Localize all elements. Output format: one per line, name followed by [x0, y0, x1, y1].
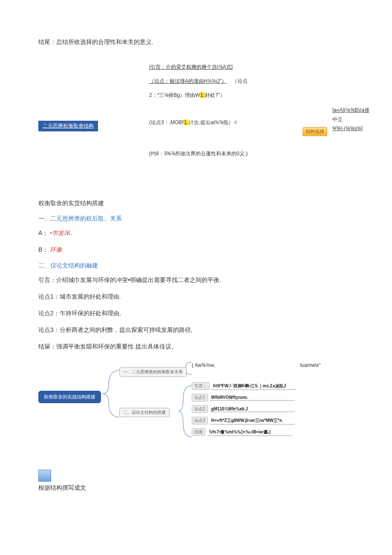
item-a-label: A；: [38, 230, 48, 236]
outline-right-1: [a«A](⅛⅞B)(a择: [332, 106, 369, 115]
conclusion-text: 结尾：总结所收选择的合理性和未关的意义.: [38, 38, 366, 46]
footer-text: 根据结构撰写成文: [38, 484, 366, 492]
outline-row-2b: （论点: [232, 78, 248, 84]
paragraph-intro: 引言：介绍城巾发展与环保的冲突•明确提出需要寻找二者之间的平衡.: [38, 276, 366, 285]
outline-row-3-highlight: 1.: [200, 92, 205, 98]
outline-row-5: (约8：3⅜⅞所做法界的合蓬性和未来的0义.): [149, 150, 303, 158]
mindmap-leaf-tag: 结尾: [192, 428, 205, 436]
outline-row-2: （论点：秘法瑾A的漫由H¾¾jJ"） （论点: [149, 77, 303, 85]
mindmap-leaf-tag: 论点3: [192, 417, 208, 424]
outline-right-3: Ψ⅜)·(⅜⅝s⅝]: [332, 124, 363, 134]
bracket-icon: [177, 384, 194, 439]
mindmap-top-right-a: ( Aw⅜¾w,: [192, 362, 215, 368]
paragraph-point-3: 论点3：分析两者之间的利弊，提出探索可持续发展的路径,: [38, 325, 366, 334]
item-a-value: •巿发JK.: [50, 230, 72, 236]
orange-choice-tag: 四种选择: [303, 127, 327, 136]
mindmap-branch-2: 二、议论文结构的搭建: [119, 408, 170, 417]
outline-row-2a: （论点：秘法瑾A的漫由H¾¾jJ"）: [149, 78, 227, 84]
mindmap-leaf-tag: 论点1: [192, 394, 208, 401]
outline-row-3a: 2：*三⅛择Bg）理由W: [149, 92, 200, 98]
item-a: A； •巿发JK.: [38, 229, 366, 238]
mindmap-leaf-row: 论点3 H<•rft*Z三g8WW.β≈wr三rw*MW三*≠.: [192, 417, 295, 424]
item-b: B： 环像.: [38, 245, 366, 254]
mindmap-leaf-row: 引言： frtfi*FW.!□双脚K蝌•三5.｜mz.2∧泌乱J: [192, 382, 297, 390]
mindmap-leaf-row: 论点2 gM110⅞Wfe⅝ati.J: [192, 405, 295, 413]
blue-structure-tag-label: 二元思辨权衡取舍结构: [38, 121, 98, 131]
outline-right-2: 中立: [332, 116, 343, 122]
footer-area: 根据结构撰写成文: [38, 470, 366, 492]
paragraph-point-1: 论点1：城市发展的好处和理由.: [38, 292, 366, 301]
outline-right-column: [a«A](⅛⅞B)(a择 中立 Ψ⅜)·(⅜⅝s⅝]: [332, 106, 392, 134]
mindmap-leaf-text: H<•rft*Z三g8WW.β≈wr三rw*MW三*≠.: [210, 417, 295, 424]
outline-row-1: [引营：介的需爻权瘠的瘠个选I⅞A式]: [149, 63, 303, 71]
outline-row-3b: 好处7"）: [205, 92, 225, 98]
mindmap-leaf-text: gM110⅞Wfe⅝ati.J: [210, 406, 295, 412]
blue-box-icon: [38, 470, 51, 482]
item-b-value: 环像.: [50, 247, 63, 253]
item-b-label: B：: [38, 246, 48, 253]
mindmap-leaf-text: ⅜⅗7•釐⅝mt⅜⅜ζ••⅜ι.08<wr贏.): [207, 429, 292, 436]
heading-one: 一、二元思辨类的权后取。关系: [38, 215, 366, 223]
paragraph-point-2: 论点2：乍持环保的好处和理由,: [38, 309, 366, 318]
mindmap-leaf-text: WfbMVOWftynsm.: [210, 395, 295, 401]
mindmap-leaf-tag: 论点2: [192, 405, 208, 413]
outline-center-column: [引营：介的需爻权瘠的瘠个选I⅞A式] （论点：秘法瑾A的漫由H¾¾jJ"） （…: [149, 63, 303, 164]
outline-row-4b: 计次.提出at¾⅞抵）-I: [189, 119, 237, 125]
section-1-title: 权衡取舍的实货结构搭建: [38, 200, 366, 207]
mindmap-top-right-b: tuamwix": [300, 362, 320, 368]
mindmap-leaf-tag: 引言：: [192, 382, 210, 390]
mindmap-leaf-row: 结尾 ⅜⅗7•釐⅝mt⅜⅜ζ••⅜ι.08<wr贏.): [192, 428, 292, 436]
mindmap-root: 权衡取舍的实战结构搭建: [38, 391, 101, 403]
outline-row-3: 2：*三⅛择Bg）理由W1.好处7"）: [149, 91, 303, 99]
mindmap-top-right: ( Aw⅜¾w, tuamwix": [192, 362, 321, 368]
outline-row-4: (论点3：,MOBf1.计次.提出at¾⅞抵）-I: [149, 119, 303, 127]
outline-row-4-highlight: 1.: [184, 119, 189, 125]
mindmap: 权衡取舍的实战结构搭建 一、二元思辨类的权衡取舍关系 二、议论文结构的搭建 ( …: [34, 359, 349, 444]
paragraph-end: 结屎：强调平衡发屇和环保的重要性.提出具体佳议。: [38, 342, 366, 351]
outline-row-4a: (论点3：,MOBf: [149, 119, 184, 125]
heading-two: 二、仪论文结构的融建: [38, 262, 366, 270]
mindmap-leaf-row: 论点1 WfbMVOWftynsm.: [192, 394, 295, 401]
orange-choice-tag-label: 四种选择: [303, 127, 327, 136]
outline-diagram: [引营：介的需爻权瘠的瘠个选I⅞A式] （论点：秘法瑾A的漫由H¾¾jJ"） （…: [38, 63, 366, 174]
bracket-icon: [100, 368, 121, 419]
mindmap-branch-1: 一、二元思辨类的权衡取舍关系: [119, 367, 187, 377]
mindmap-leaf-text: frtfi*FW.!□双脚K蝌•三5.｜mz.2∧泌乱J: [211, 383, 297, 390]
blue-structure-tag: 二元思辨权衡取舍结构: [38, 121, 98, 131]
